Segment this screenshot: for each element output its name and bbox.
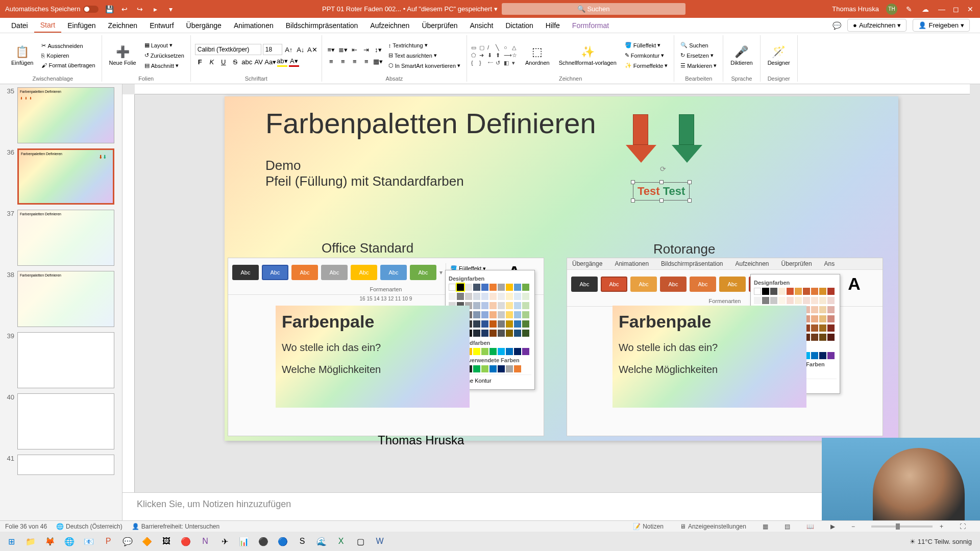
thumbnail-37[interactable]: 37 Farbenpaletten Definieren xyxy=(2,210,120,266)
slide-counter[interactable]: Folie 36 von 46 xyxy=(5,523,47,530)
view-sorter-icon[interactable]: ▤ xyxy=(785,523,790,530)
language-status[interactable]: 🌐 Deutsch (Österreich) xyxy=(56,523,122,530)
minimize-icon[interactable]: — xyxy=(937,5,946,14)
align-right-button[interactable]: ≡ xyxy=(350,56,360,66)
taskbar-chrome-icon[interactable]: 🌐 xyxy=(61,534,78,549)
slide-body[interactable]: Demo Pfeil (Füllung) mit Standardfarben xyxy=(265,158,464,189)
tab-transitions[interactable]: Übergänge xyxy=(180,19,228,32)
rotate-handle-icon[interactable]: ⟳ xyxy=(660,165,667,172)
taskbar-explorer-icon[interactable]: 📁 xyxy=(22,534,39,549)
format-painter-button[interactable]: 🖌 Format übertragen xyxy=(39,61,97,69)
tab-animations[interactable]: Animationen xyxy=(228,19,280,32)
thumbnail-panel[interactable]: 35 Farbenpaletten Definieren⬇⬇⬇ 36 Farbe… xyxy=(0,84,122,520)
clear-format-icon[interactable]: A✕ xyxy=(307,44,317,55)
view-normal-icon[interactable]: ▦ xyxy=(763,523,768,530)
copy-button[interactable]: ⎘ Kopieren xyxy=(39,52,97,60)
font-color-button[interactable]: A▾ xyxy=(289,57,299,67)
arrow-shape-green[interactable] xyxy=(679,114,702,163)
taskbar-outlook-icon[interactable]: 📧 xyxy=(81,534,97,549)
fit-window-icon[interactable]: ⛶ xyxy=(960,523,966,530)
notes-button[interactable]: 📝 Notizen xyxy=(633,523,664,530)
layout-button[interactable]: ▦ Layout ▾ xyxy=(142,41,186,49)
replace-button[interactable]: ↻ Ersetzen ▾ xyxy=(678,51,719,60)
tab-review[interactable]: Überprüfen xyxy=(415,19,463,32)
taskbar-edge-icon[interactable]: 🌊 xyxy=(313,534,330,549)
shrink-font-icon[interactable]: A↓ xyxy=(296,44,306,55)
strike-button[interactable]: S xyxy=(230,57,240,67)
taskbar-onenote-icon[interactable]: N xyxy=(197,534,213,549)
taskbar-firefox-icon[interactable]: 🦊 xyxy=(42,534,58,549)
start-button[interactable]: ⊞ xyxy=(3,534,19,549)
weather-widget[interactable]: ☀ 11°C Teilw. sonnig xyxy=(910,538,972,545)
zoom-out-icon[interactable]: − xyxy=(851,523,855,530)
outdent-button[interactable]: ⇤ xyxy=(350,44,360,55)
designer-button[interactable]: 🪄Designer xyxy=(765,43,793,68)
taskbar-app1-icon[interactable]: 💬 xyxy=(119,534,136,549)
shadow-button[interactable]: abc xyxy=(242,57,252,67)
tab-shapeformat[interactable]: Formformat xyxy=(566,19,615,32)
search-input[interactable]: 🔍 Suchen xyxy=(502,3,685,15)
sync-icon[interactable]: ✎ xyxy=(904,5,914,14)
align-center-button[interactable]: ≡ xyxy=(338,56,348,66)
taskbar-vlc-icon[interactable]: 🔶 xyxy=(139,534,155,549)
numbering-button[interactable]: ≣▾ xyxy=(338,44,348,55)
taskbar-app3-icon[interactable]: 🔴 xyxy=(178,534,194,549)
highlight-button[interactable]: ab▾ xyxy=(277,57,287,67)
autosave-toggle[interactable]: Automatisches Speichern xyxy=(5,5,99,13)
text-align-button[interactable]: ⊟ Text ausrichten ▾ xyxy=(386,51,462,60)
accessibility-status[interactable]: 👤 Barrierefreiheit: Untersuchen xyxy=(132,523,219,530)
taskbar-app4-icon[interactable]: 📊 xyxy=(236,534,252,549)
display-settings-button[interactable]: 🖥 Anzeigeeinstellungen xyxy=(680,523,746,530)
font-select[interactable] xyxy=(195,44,261,55)
taskbar-obs-icon[interactable]: ⚫ xyxy=(255,534,272,549)
linespacing-button[interactable]: ↕▾ xyxy=(373,44,383,55)
slide[interactable]: Farbenpaletten Definieren Demo Pfeil (Fü… xyxy=(225,96,898,441)
spacing-button[interactable]: AV xyxy=(254,57,264,67)
taskbar-powerpoint-icon[interactable]: P xyxy=(100,534,116,549)
slide-title[interactable]: Farbenpaletten Definieren xyxy=(265,107,596,140)
text-direction-button[interactable]: ↕ Textrichtung ▾ xyxy=(386,41,462,49)
zoom-slider[interactable] xyxy=(871,525,933,528)
tab-start[interactable]: Start xyxy=(34,18,62,33)
shape-outline-button[interactable]: ✎ Formkontur ▾ xyxy=(623,51,670,60)
taskbar-app5-icon[interactable]: 🔵 xyxy=(275,534,291,549)
tab-insert[interactable]: Einfügen xyxy=(61,19,102,32)
tab-help[interactable]: Hilfe xyxy=(540,19,566,32)
taskbar-word-icon[interactable]: W xyxy=(372,534,388,549)
tab-record[interactable]: Aufzeichnen xyxy=(364,19,415,32)
redo-icon[interactable]: ↪ xyxy=(135,5,144,14)
shape-effects-button[interactable]: ✨ Formeffekte ▾ xyxy=(623,61,670,70)
section-button[interactable]: ▤ Abschnitt ▾ xyxy=(142,61,186,70)
undo-icon[interactable]: ↩ xyxy=(120,5,129,14)
reset-button[interactable]: ↺ Zurücksetzen xyxy=(142,51,186,60)
avatar[interactable]: TH xyxy=(886,4,897,15)
record-button[interactable]: ● Aufzeichnen ▾ xyxy=(847,19,906,32)
tab-dictation[interactable]: Dictation xyxy=(499,19,539,32)
paste-button[interactable]: 📋Einfügen xyxy=(8,43,36,68)
smartart-button[interactable]: ⬡ In SmartArt konvertieren ▾ xyxy=(386,61,462,70)
taskbar-excel-icon[interactable]: X xyxy=(333,534,349,549)
bullets-button[interactable]: ≡▾ xyxy=(326,44,336,55)
select-button[interactable]: ☰ Markieren ▾ xyxy=(678,61,719,70)
arrow-shape-red[interactable] xyxy=(633,114,656,163)
zoom-in-icon[interactable]: + xyxy=(940,523,943,530)
thumbnail-35[interactable]: 35 Farbenpaletten Definieren⬇⬇⬇ xyxy=(2,87,120,143)
thumbnail-40[interactable]: 40 xyxy=(2,393,120,449)
slideshow-icon[interactable]: ▸ xyxy=(151,5,160,14)
find-button[interactable]: 🔍 Suchen xyxy=(678,41,719,49)
underline-button[interactable]: U xyxy=(218,57,229,67)
view-slideshow-icon[interactable]: ▶ xyxy=(830,523,835,530)
thumbnail-39[interactable]: 39 xyxy=(2,332,120,388)
quickstyles-button[interactable]: ✨Schnellformat-vorlagen xyxy=(556,43,620,68)
align-left-button[interactable]: ≡ xyxy=(326,56,336,66)
comments-icon[interactable]: 💬 xyxy=(832,21,841,30)
tab-draw[interactable]: Zeichnen xyxy=(102,19,144,32)
thumbnail-36[interactable]: 36 Farbenpaletten Definieren⬇⬇ xyxy=(2,148,120,205)
arrange-button[interactable]: ⬚Anordnen xyxy=(522,43,553,68)
thumbnail-38[interactable]: 38 Farbenpaletten Definieren xyxy=(2,271,120,327)
taskbar-app6-icon[interactable]: ▢ xyxy=(352,534,369,549)
qat-more-icon[interactable]: ▾ xyxy=(166,5,175,14)
view-reading-icon[interactable]: 📖 xyxy=(806,523,814,530)
thumbnail-41[interactable]: 41 xyxy=(2,455,120,475)
columns-button[interactable]: ▦▾ xyxy=(373,56,383,66)
